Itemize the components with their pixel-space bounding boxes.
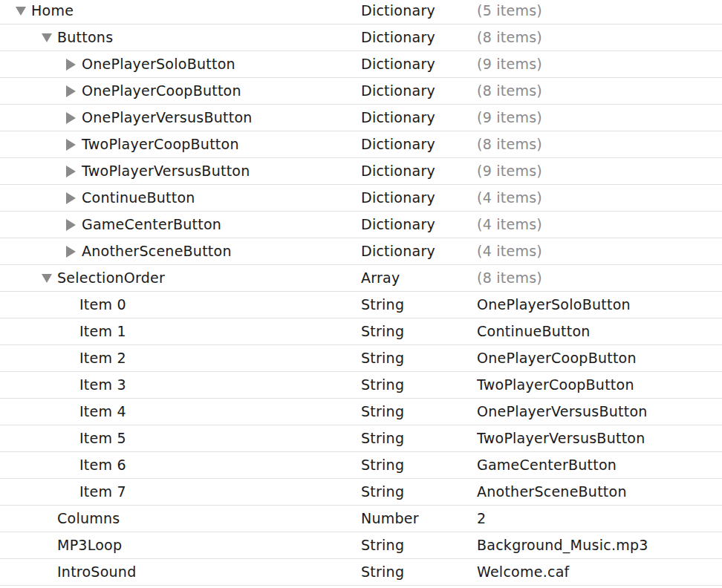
type-cell[interactable]: Dictionary bbox=[361, 51, 472, 77]
value-cell[interactable]: 2 bbox=[477, 506, 719, 532]
key-cell[interactable]: TwoPlayerCoopButton bbox=[82, 131, 239, 157]
value-cell[interactable]: (4 items) bbox=[477, 185, 719, 211]
type-cell[interactable]: String bbox=[361, 292, 472, 318]
plist-row[interactable]: AnotherSceneButton Dictionary (4 items) bbox=[0, 238, 722, 265]
value-cell[interactable]: (9 items) bbox=[477, 51, 719, 77]
key-cell[interactable]: Item 7 bbox=[79, 479, 126, 505]
disclosure-collapsed-icon[interactable] bbox=[66, 192, 76, 204]
value-cell[interactable]: (4 items) bbox=[477, 238, 719, 264]
value-cell[interactable]: OnePlayerSoloButton bbox=[477, 292, 719, 318]
key-cell[interactable]: Item 1 bbox=[79, 318, 126, 344]
value-cell[interactable]: ContinueButton bbox=[477, 318, 719, 344]
key-cell[interactable]: Item 3 bbox=[79, 372, 126, 398]
value-cell[interactable]: (8 items) bbox=[477, 78, 719, 104]
key-label: Item 5 bbox=[79, 430, 126, 446]
plist-row[interactable]: Item 3 String TwoPlayerCoopButton bbox=[0, 372, 722, 399]
plist-row[interactable]: MP3Loop String Background_Music.mp3 bbox=[0, 532, 722, 559]
value-cell[interactable]: GameCenterButton bbox=[477, 452, 719, 478]
type-cell[interactable]: String bbox=[361, 399, 472, 425]
plist-row[interactable]: OnePlayerVersusButton Dictionary (9 item… bbox=[0, 105, 722, 131]
type-cell[interactable]: String bbox=[361, 479, 472, 505]
value-cell[interactable]: (5 items) bbox=[477, 0, 719, 24]
disclosure-expanded-icon[interactable] bbox=[42, 33, 52, 42]
value-cell[interactable]: TwoPlayerVersusButton bbox=[477, 425, 719, 451]
value-cell[interactable]: (9 items) bbox=[477, 105, 719, 131]
disclosure-collapsed-icon[interactable] bbox=[66, 166, 76, 177]
plist-row[interactable]: Item 7 String AnotherSceneButton bbox=[0, 479, 722, 506]
type-cell[interactable]: Dictionary bbox=[361, 131, 472, 157]
type-cell[interactable]: Dictionary bbox=[361, 185, 472, 211]
plist-row[interactable]: Item 1 String ContinueButton bbox=[0, 318, 722, 345]
type-cell[interactable]: Dictionary bbox=[361, 78, 472, 104]
key-cell[interactable]: IntroSound bbox=[57, 559, 136, 585]
type-cell[interactable]: String bbox=[361, 452, 472, 478]
disclosure-expanded-icon[interactable] bbox=[16, 7, 26, 16]
value-cell[interactable]: (8 items) bbox=[477, 265, 719, 291]
plist-row[interactable]: TwoPlayerVersusButton Dictionary (9 item… bbox=[0, 158, 722, 185]
key-cell[interactable]: Item 5 bbox=[79, 425, 126, 451]
plist-row[interactable]: Columns Number 2 bbox=[0, 506, 722, 532]
disclosure-expanded-icon[interactable] bbox=[42, 274, 52, 283]
value-cell[interactable]: AnotherSceneButton bbox=[477, 479, 719, 505]
value-cell[interactable]: Background_Music.mp3 bbox=[477, 532, 719, 558]
type-cell[interactable]: String bbox=[361, 559, 472, 585]
type-cell[interactable]: String bbox=[361, 318, 472, 344]
plist-row[interactable]: Item 0 String OnePlayerSoloButton bbox=[0, 292, 722, 318]
key-cell[interactable]: ContinueButton bbox=[82, 185, 195, 211]
type-cell[interactable]: Dictionary bbox=[361, 238, 472, 264]
plist-row[interactable]: Item 6 String GameCenterButton bbox=[0, 452, 722, 479]
type-cell[interactable]: Dictionary bbox=[361, 212, 472, 238]
value-cell[interactable]: (9 items) bbox=[477, 158, 719, 184]
plist-row[interactable]: Item 4 String OnePlayerVersusButton bbox=[0, 399, 722, 425]
key-cell[interactable]: Columns bbox=[57, 506, 120, 532]
disclosure-collapsed-icon[interactable] bbox=[66, 139, 76, 151]
value-cell[interactable]: Welcome.caf bbox=[477, 559, 719, 585]
disclosure-collapsed-icon[interactable] bbox=[66, 246, 76, 258]
disclosure-collapsed-icon[interactable] bbox=[66, 85, 76, 97]
value-cell[interactable]: OnePlayerCoopButton bbox=[477, 345, 719, 371]
plist-row[interactable]: Item 2 String OnePlayerCoopButton bbox=[0, 345, 722, 372]
key-cell[interactable]: Item 4 bbox=[79, 399, 126, 425]
plist-row[interactable]: Home Dictionary (5 items) bbox=[0, 0, 722, 24]
key-cell[interactable]: MP3Loop bbox=[57, 532, 122, 558]
type-cell[interactable]: String bbox=[361, 532, 472, 558]
plist-row[interactable]: Item 5 String TwoPlayerVersusButton bbox=[0, 425, 722, 452]
key-cell[interactable]: AnotherSceneButton bbox=[82, 238, 232, 264]
disclosure-collapsed-icon[interactable] bbox=[66, 112, 76, 124]
type-cell[interactable]: String bbox=[361, 372, 472, 398]
type-cell[interactable]: Dictionary bbox=[361, 0, 472, 24]
disclosure-collapsed-icon[interactable] bbox=[66, 59, 76, 71]
plist-row[interactable]: OnePlayerSoloButton Dictionary (9 items) bbox=[0, 51, 722, 78]
value-cell[interactable]: OnePlayerVersusButton bbox=[477, 399, 719, 425]
plist-row[interactable]: SelectionOrder Array (8 items) bbox=[0, 265, 722, 292]
key-cell[interactable]: Item 6 bbox=[79, 452, 126, 478]
type-cell[interactable]: String bbox=[361, 345, 472, 371]
type-cell[interactable]: Array bbox=[361, 265, 472, 291]
key-cell[interactable]: Item 0 bbox=[79, 292, 126, 318]
disclosure-collapsed-icon[interactable] bbox=[66, 219, 76, 231]
key-cell[interactable]: Buttons bbox=[57, 24, 113, 50]
key-cell[interactable]: OnePlayerCoopButton bbox=[82, 78, 241, 104]
plist-row[interactable]: GameCenterButton Dictionary (4 items) bbox=[0, 212, 722, 238]
key-cell[interactable]: TwoPlayerVersusButton bbox=[82, 158, 250, 184]
key-cell[interactable]: OnePlayerSoloButton bbox=[82, 51, 235, 77]
key-cell[interactable]: SelectionOrder bbox=[57, 265, 165, 291]
type-cell[interactable]: String bbox=[361, 425, 472, 451]
plist-row[interactable]: ContinueButton Dictionary (4 items) bbox=[0, 185, 722, 212]
key-cell[interactable]: GameCenterButton bbox=[82, 212, 221, 238]
value-cell[interactable]: (8 items) bbox=[477, 24, 719, 50]
plist-row[interactable]: IntroSound String Welcome.caf bbox=[0, 559, 722, 586]
plist-row[interactable]: Buttons Dictionary (8 items) bbox=[0, 24, 722, 51]
key-cell[interactable]: Item 2 bbox=[79, 345, 126, 371]
key-cell[interactable]: Home bbox=[31, 0, 74, 24]
type-cell[interactable]: Dictionary bbox=[361, 24, 472, 50]
plist-row[interactable]: TwoPlayerCoopButton Dictionary (8 items) bbox=[0, 131, 722, 158]
type-cell[interactable]: Dictionary bbox=[361, 158, 472, 184]
key-cell[interactable]: OnePlayerVersusButton bbox=[82, 105, 253, 131]
type-cell[interactable]: Dictionary bbox=[361, 105, 472, 131]
plist-row[interactable]: OnePlayerCoopButton Dictionary (8 items) bbox=[0, 78, 722, 105]
type-cell[interactable]: Number bbox=[361, 506, 472, 532]
value-cell[interactable]: (4 items) bbox=[477, 212, 719, 238]
value-cell[interactable]: TwoPlayerCoopButton bbox=[477, 372, 719, 398]
value-cell[interactable]: (8 items) bbox=[477, 131, 719, 157]
